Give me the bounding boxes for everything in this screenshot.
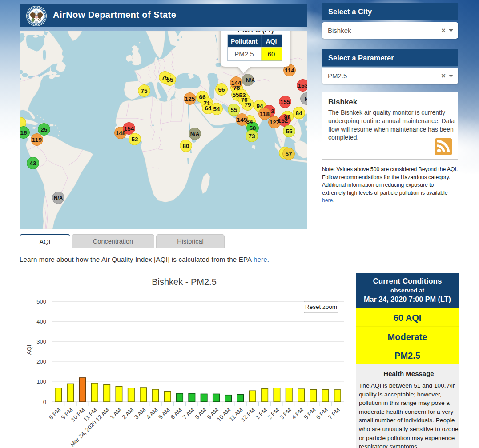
svg-text:75: 75 xyxy=(141,88,148,94)
svg-text:7 PM: 7 PM xyxy=(327,407,341,421)
svg-text:500: 500 xyxy=(36,298,46,305)
svg-text:127: 127 xyxy=(270,119,280,126)
svg-text:7 AM: 7 AM xyxy=(181,407,196,421)
svg-text:54: 54 xyxy=(213,106,220,112)
svg-text:55: 55 xyxy=(232,92,239,98)
svg-text:N/A: N/A xyxy=(54,195,63,201)
svg-text:4 PM: 4 PM xyxy=(290,407,305,421)
svg-text:7:00 PM (LT): 7:00 PM (LT) xyxy=(237,31,274,34)
svg-text:10 AM: 10 AM xyxy=(216,407,232,423)
svg-text:N/A: N/A xyxy=(190,131,200,137)
svg-text:2 PM: 2 PM xyxy=(266,407,280,421)
svg-text:55: 55 xyxy=(286,128,293,135)
svg-text:5 AM: 5 AM xyxy=(157,407,171,421)
svg-text:144: 144 xyxy=(231,80,242,86)
svg-text:75: 75 xyxy=(161,74,169,81)
svg-text:79: 79 xyxy=(244,101,251,108)
svg-text:64: 64 xyxy=(205,105,212,112)
svg-text:Bishkek - PM2.5: Bishkek - PM2.5 xyxy=(152,277,217,287)
svg-text:5 PM: 5 PM xyxy=(302,407,317,421)
svg-text:4 AM: 4 AM xyxy=(145,407,159,421)
svg-text:2 AM: 2 AM xyxy=(121,407,135,421)
svg-text:57: 57 xyxy=(285,151,292,157)
svg-text:300: 300 xyxy=(36,338,46,345)
svg-text:3: 3 xyxy=(271,108,274,115)
svg-text:6 AM: 6 AM xyxy=(169,407,184,421)
svg-text:56: 56 xyxy=(218,86,225,93)
svg-text:Reset zoom: Reset zoom xyxy=(305,304,337,310)
svg-text:55: 55 xyxy=(230,107,237,113)
svg-text:PM2.5: PM2.5 xyxy=(234,50,254,58)
svg-text:10 PM: 10 PM xyxy=(70,407,86,423)
svg-text:119: 119 xyxy=(32,136,42,143)
svg-text:1 PM: 1 PM xyxy=(254,407,268,421)
svg-text:400: 400 xyxy=(36,318,46,325)
svg-text:8 AM: 8 AM xyxy=(193,407,208,421)
svg-text:163: 163 xyxy=(298,82,307,89)
svg-text:200: 200 xyxy=(36,358,46,365)
svg-text:149: 149 xyxy=(237,116,247,123)
svg-text:25: 25 xyxy=(40,126,48,133)
svg-text:3 PM: 3 PM xyxy=(278,407,293,421)
svg-text:84: 84 xyxy=(246,118,253,125)
svg-text:118: 118 xyxy=(260,111,270,117)
svg-text:3 AM: 3 AM xyxy=(133,407,147,421)
svg-text:154: 154 xyxy=(124,125,134,132)
svg-text:100: 100 xyxy=(36,378,46,385)
svg-text:84: 84 xyxy=(295,110,302,116)
svg-text:114: 114 xyxy=(285,67,294,74)
svg-text:52: 52 xyxy=(131,136,138,143)
svg-text:43: 43 xyxy=(29,160,36,167)
svg-text:155: 155 xyxy=(280,99,290,105)
svg-text:N: N xyxy=(305,96,307,102)
svg-text:0: 0 xyxy=(43,399,46,405)
svg-text:50: 50 xyxy=(249,125,256,132)
svg-text:16: 16 xyxy=(20,129,27,136)
svg-text:66: 66 xyxy=(199,94,206,100)
svg-text:AQI: AQI xyxy=(26,345,32,355)
svg-text:125: 125 xyxy=(185,96,195,102)
svg-text:N/A: N/A xyxy=(246,77,255,84)
svg-text:94: 94 xyxy=(256,103,263,109)
svg-text:8 PM: 8 PM xyxy=(48,407,62,421)
svg-text:6 PM: 6 PM xyxy=(315,407,329,421)
svg-text:73: 73 xyxy=(248,133,255,140)
svg-text:AQI: AQI xyxy=(266,38,277,45)
svg-text:12 PM: 12 PM xyxy=(240,407,256,423)
svg-text:1 AM: 1 AM xyxy=(109,407,123,421)
svg-text:80: 80 xyxy=(182,143,189,149)
svg-text:Pollutant: Pollutant xyxy=(231,38,258,45)
svg-text:60: 60 xyxy=(268,50,275,58)
